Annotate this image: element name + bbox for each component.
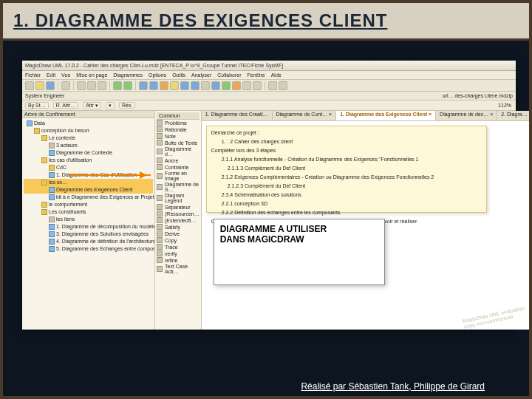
palette-item[interactable]: Diagramme de S… [157,182,200,192]
gray-icon [49,216,55,222]
diagram8-icon[interactable] [211,81,220,90]
tree-item[interactable]: les liens [24,216,153,223]
attr-button[interactable]: R. Attr… [53,102,78,109]
palette-item-icon [157,250,163,256]
secondary-toolbar[interactable]: By St… R. Attr… Attr ▾ ▾ Rés. 112% [22,100,516,111]
new-icon[interactable] [25,81,34,90]
tree-item[interactable]: 3. Diagramme des Solutions envisagées [24,231,153,238]
tab-4[interactable]: Diagramme de dec… × [436,111,497,120]
redo-icon[interactable] [123,81,132,90]
tree-item[interactable]: les cas d'utilisation [24,157,153,164]
tab-2[interactable]: Diagramme de Cont… × [273,111,337,120]
tree-item[interactable]: Data [24,120,153,127]
diagram12-icon[interactable] [253,81,262,90]
role-label[interactable]: System Engineer [25,93,64,98]
palette-item[interactable]: Diagramme d… [157,146,200,157]
diagram11-icon[interactable] [242,81,251,90]
palette-item[interactable]: Boite de Texte [157,140,200,146]
tree-item[interactable]: kit à e Diagramme des Exigences ar Proje… [24,194,153,201]
diagram10-icon[interactable] [232,81,241,90]
menu-fichier[interactable]: Fichier [25,72,41,78]
tree-item[interactable]: 1. Diagramme de décomposition du modèle … [24,223,153,231]
menu-bar[interactable]: Fichier Edit Vue Mise en page Diagrammes… [22,71,516,80]
menu-collaborer[interactable]: Collaborer [217,72,241,78]
palette-item[interactable]: Copy [157,237,200,243]
main-toolbar[interactable] [22,80,516,92]
by-st-button[interactable]: By St… [25,102,49,109]
tool-palette[interactable]: Commun ProblèmeRationaleNoteBoite de Tex… [155,111,202,330]
req-line: 2.3.4 Schématisation des solutions [211,191,482,198]
palette-item[interactable]: Text Case Acti… [157,264,200,274]
palette-item[interactable]: Ancre [157,157,200,163]
menu-outils[interactable]: Outils [172,72,185,78]
menu-mise-en-page[interactable]: Mise en page [76,72,107,78]
open-icon[interactable] [35,81,44,90]
palette-item[interactable]: Contrainte [157,164,200,170]
menu-analyser[interactable]: Analyser [191,72,211,78]
palette-item[interactable]: Note [157,133,200,139]
menu-fenetre[interactable]: Fenêtre [248,72,265,78]
containment-tree-pane[interactable]: Arbre de Confinement Dataconception du b… [22,111,155,330]
tree-item-label: les ex… [49,179,67,186]
tree-item[interactable]: le comportement [24,201,153,208]
tools-icon[interactable] [279,81,287,90]
diagram-icon[interactable] [139,81,148,90]
tree-item[interactable]: Les constituants [24,208,153,216]
undo-icon[interactable] [113,81,122,90]
tab-5[interactable]: 2. Diagra… [497,111,531,120]
palette-item[interactable]: (Estendedfi… [157,217,200,223]
copy-icon[interactable] [87,81,96,90]
diagram4-icon[interactable] [170,81,179,90]
palette-item[interactable]: (Ressourcen… [157,211,200,216]
callout-instruction-box: DIAGRAMME A UTILISER DANS MAGICDRAW [214,219,385,285]
zoom-level[interactable]: 112% [498,103,511,108]
dropdown-button[interactable]: ▾ [106,102,115,109]
zoom-icon[interactable] [268,81,277,90]
containment-tree[interactable]: Dataconception du besonLe contexte3 acte… [22,118,154,254]
req-line: 2.2.1 conception 3D [211,200,482,207]
yellow-icon [49,165,55,171]
tree-item[interactable]: CdC [24,164,153,171]
tree-item[interactable]: les ex… [24,179,153,186]
tab-active-requirements[interactable]: 1. Diagramme des Exigences Client × [336,111,436,120]
diagram5-icon[interactable] [180,81,189,90]
diagram3-icon[interactable] [160,81,168,90]
menu-aide[interactable]: Aide [271,72,282,78]
palette-item[interactable]: Satisfy [157,224,200,230]
print-icon[interactable] [61,81,70,90]
tree-item[interactable]: 4. Diagramme de définition de l'architec… [24,238,153,245]
palette-item[interactable]: Forme en Image [157,171,200,181]
palette-item[interactable]: Rationale [157,126,200,132]
palette-item[interactable]: Trace [157,244,200,250]
diagram7-icon[interactable] [201,81,210,90]
diagram-canvas[interactable]: Démarche ce projet : 1. : 2 Cahier des c… [202,121,532,330]
palette-item[interactable]: Problème [157,120,200,126]
palette-item[interactable]: Séparateur [157,204,200,210]
menu-options[interactable]: Options [149,72,166,78]
palette-item[interactable]: verify [157,250,200,256]
tree-item[interactable]: Diagramme de Contexte [24,149,153,157]
paste-icon[interactable] [98,81,106,90]
diagram2-icon[interactable] [149,81,158,90]
palette-item[interactable]: Diagram Legend [157,193,200,203]
attr2-button[interactable]: Attr ▾ [83,102,101,109]
save-icon[interactable] [46,81,55,90]
menu-vue[interactable]: Vue [61,72,70,78]
tree-item[interactable]: conception du beson [24,127,153,134]
diagram-tabs[interactable]: 1. Diagramme des Creati… Diagramme de Co… [202,111,532,121]
toolbar-separator [58,81,58,90]
tree-item[interactable]: 5. Diagramme des Echanges entre composan… [24,245,153,253]
tab-1[interactable]: 1. Diagramme des Creati… [202,111,273,120]
res-button[interactable]: Rés. [119,102,135,109]
diagram9-icon[interactable] [222,81,231,90]
tree-item[interactable]: Diagramme des Exigences Client [24,186,153,194]
menu-diagrammes[interactable]: Diagrammes [113,72,143,78]
menu-edit[interactable]: Edit [47,72,55,78]
cut-icon[interactable] [77,81,86,90]
tree-item[interactable]: 3 acteurs [24,142,153,149]
diagram6-icon[interactable] [191,81,200,90]
palette-item[interactable]: Derive [157,231,200,236]
palette-item[interactable]: refine [157,257,200,263]
requirement-note-box[interactable]: Démarche ce projet : 1. : 2 Cahier des c… [206,126,487,213]
tree-item[interactable]: Le contexte [24,134,153,142]
